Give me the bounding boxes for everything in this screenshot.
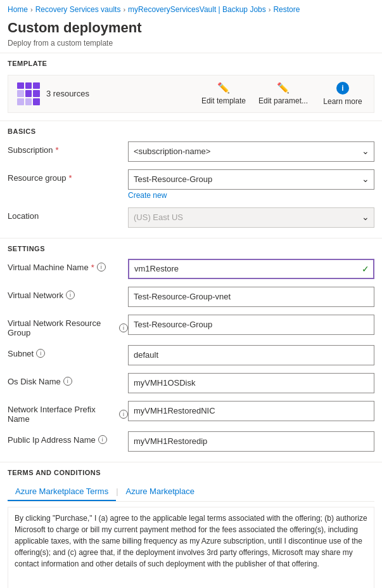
vnet-rg-label: Virtual Network Resource Group i <box>8 315 128 337</box>
nic-prefix-info-icon[interactable]: i <box>119 410 128 419</box>
breadcrumb-recovery[interactable]: Recovery Services vaults <box>35 5 121 14</box>
vnet-rg-row: Virtual Network Resource Group i <box>8 315 374 337</box>
create-new-link[interactable]: Create new <box>128 191 374 200</box>
subnet-row: Subnet i <box>8 345 374 365</box>
os-disk-input[interactable] <box>128 373 374 393</box>
vnet-info-icon[interactable]: i <box>66 291 75 299</box>
vnet-control <box>128 287 374 307</box>
breadcrumb-sep-1: › <box>30 6 33 13</box>
location-label: Location <box>8 207 128 221</box>
subnet-control <box>128 345 374 365</box>
page-subtitle: Deploy from a custom template <box>8 39 374 48</box>
nic-prefix-control <box>128 401 374 421</box>
terms-tabs: Azure Marketplace Terms | Azure Marketpl… <box>8 483 374 502</box>
edit-parameters-button[interactable]: ✏️ Edit paramet... <box>258 82 308 105</box>
os-disk-control <box>128 373 374 393</box>
breadcrumb: Home › Recovery Services vaults › myReco… <box>0 0 382 16</box>
resource-group-label: Resource group * <box>8 169 128 183</box>
location-control <box>128 207 374 228</box>
vnet-rg-input[interactable] <box>128 315 374 335</box>
vm-name-row: Virtual Machine Name * i ✓ <box>8 259 374 279</box>
basics-label: BASICS <box>0 121 382 139</box>
breadcrumb-vault[interactable]: myRecoveryServicesVault | Backup Jobs <box>128 5 266 14</box>
resource-group-select[interactable]: Test-Resource-Group <box>128 169 374 190</box>
terms-section-label: TERMS AND CONDITIONS <box>0 462 382 480</box>
breadcrumb-sep-3: › <box>269 6 271 13</box>
vnet-label: Virtual Network i <box>8 287 128 300</box>
template-resources: 3 resources <box>46 89 89 98</box>
breadcrumb-restore[interactable]: Restore <box>273 5 300 14</box>
pencil-icon-2: ✏️ <box>277 82 290 94</box>
edit-template-button[interactable]: ✏️ Edit template <box>201 82 246 105</box>
resource-group-control: Test-Resource-Group Create new <box>128 169 374 200</box>
nic-prefix-input[interactable] <box>128 401 374 421</box>
subscription-row: Subscription * <subscription-name> <box>8 141 374 162</box>
vnet-rg-control <box>128 315 374 335</box>
pencil-icon-1: ✏️ <box>217 82 230 94</box>
breadcrumb-sep-2: › <box>123 6 125 13</box>
resource-group-row: Resource group * Test-Resource-Group Cre… <box>8 169 374 200</box>
subnet-info-icon[interactable]: i <box>36 349 45 358</box>
public-ip-row: Public Ip Address Name i <box>8 431 374 452</box>
tab-azure-marketplace-terms[interactable]: Azure Marketplace Terms <box>8 483 116 501</box>
template-card: 3 resources ✏️ Edit template ✏️ Edit par… <box>8 75 374 113</box>
tab-azure-marketplace[interactable]: Azure Marketplace <box>118 483 202 501</box>
settings-label: SETTINGS <box>0 238 382 256</box>
learn-more-button[interactable]: i Learn more <box>321 82 365 106</box>
public-ip-info-icon[interactable]: i <box>98 435 107 444</box>
subscription-label: Subscription * <box>8 141 128 155</box>
template-section-label: TEMPLATE <box>0 53 382 71</box>
breadcrumb-home[interactable]: Home <box>8 5 28 14</box>
public-ip-input[interactable] <box>128 431 374 452</box>
subscription-required: * <box>56 145 59 155</box>
terms-text: By clicking "Purchase," I (a) agree to t… <box>15 513 367 570</box>
template-actions: ✏️ Edit template ✏️ Edit paramet... i Le… <box>201 82 365 106</box>
terms-section: Azure Marketplace Terms | Azure Marketpl… <box>0 480 382 588</box>
edit-template-label: Edit template <box>201 96 246 105</box>
vm-name-required: * <box>91 263 94 272</box>
info-icon: i <box>336 82 349 95</box>
os-disk-row: Os Disk Name i <box>8 373 374 393</box>
terms-text-box: By clicking "Purchase," I (a) agree to t… <box>8 507 374 588</box>
template-icon <box>17 82 40 105</box>
location-row: Location <box>8 207 374 228</box>
vnet-input[interactable] <box>128 287 374 307</box>
vnet-rg-info-icon[interactable]: i <box>119 323 128 332</box>
subnet-label: Subnet i <box>8 345 128 358</box>
subscription-select[interactable]: <subscription-name> <box>128 141 374 162</box>
os-disk-label: Os Disk Name i <box>8 373 128 386</box>
vm-name-info-icon[interactable]: i <box>97 263 106 271</box>
edit-parameters-label: Edit paramet... <box>258 96 308 105</box>
public-ip-control <box>128 431 374 452</box>
vm-name-control: ✓ <box>128 259 374 279</box>
page-header: Custom deployment Deploy from a custom t… <box>0 16 382 53</box>
vm-name-check-icon: ✓ <box>362 264 369 274</box>
settings-form: Virtual Machine Name * i ✓ Virtual Netwo… <box>0 256 382 462</box>
public-ip-label: Public Ip Address Name i <box>8 431 128 445</box>
learn-more-label: Learn more <box>323 97 362 106</box>
nic-prefix-label: Network Interface Prefix Name i <box>8 401 128 424</box>
subnet-input[interactable] <box>128 345 374 365</box>
nic-prefix-row: Network Interface Prefix Name i <box>8 401 374 424</box>
vnet-row: Virtual Network i <box>8 287 374 307</box>
resource-group-required: * <box>69 173 72 183</box>
vm-name-input[interactable] <box>128 259 374 279</box>
basics-form: Subscription * <subscription-name> Resou… <box>0 139 382 238</box>
vm-name-label: Virtual Machine Name * i <box>8 259 128 272</box>
page-title: Custom deployment <box>8 19 374 37</box>
os-disk-info-icon[interactable]: i <box>63 377 72 386</box>
subscription-control: <subscription-name> <box>128 141 374 162</box>
location-input <box>128 207 374 228</box>
